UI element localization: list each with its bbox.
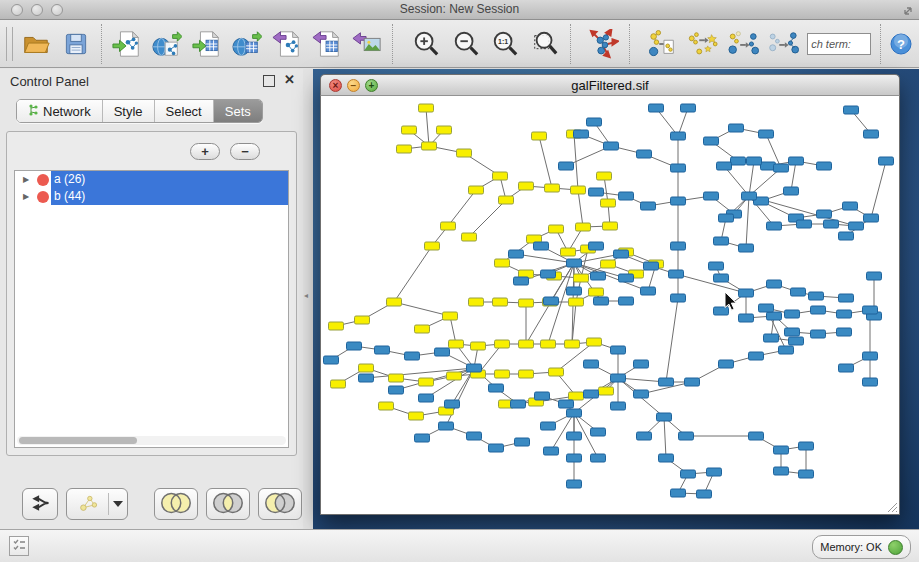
graph-node[interactable] — [567, 287, 582, 295]
graph-node[interactable] — [774, 467, 789, 475]
graph-node[interactable] — [749, 352, 764, 360]
graph-node[interactable] — [731, 157, 746, 165]
zoom-out-button[interactable] — [446, 23, 486, 65]
expand-triangle-icon[interactable]: ▶ — [15, 192, 37, 201]
graph-node[interactable] — [749, 432, 764, 440]
graph-edge[interactable] — [749, 161, 754, 196]
graph-node[interactable] — [541, 422, 556, 430]
resize-grip-icon[interactable] — [885, 500, 898, 513]
graph-node[interactable] — [409, 412, 424, 420]
graph-node[interactable] — [422, 142, 437, 150]
tab-style[interactable]: Style — [103, 100, 155, 122]
graph-node[interactable] — [467, 432, 482, 440]
graph-node[interactable] — [649, 104, 664, 112]
new-network-selected-nodes-edges-button[interactable] — [683, 23, 723, 65]
graph-node[interactable] — [493, 172, 508, 180]
help-button[interactable]: ? — [886, 23, 916, 65]
graph-node[interactable] — [671, 242, 686, 250]
graph-node[interactable] — [657, 413, 672, 421]
graph-edge[interactable] — [746, 196, 749, 248]
graph-node[interactable] — [619, 192, 634, 200]
zoom-fit-selected-button[interactable] — [525, 23, 565, 65]
graph-node[interactable] — [784, 187, 799, 195]
graph-node[interactable] — [863, 378, 878, 386]
graph-node[interactable] — [589, 242, 604, 250]
graph-node[interactable] — [849, 222, 864, 230]
graph-node[interactable] — [879, 157, 894, 165]
graph-node[interactable] — [495, 340, 510, 348]
graph-node[interactable] — [739, 314, 754, 322]
graph-node[interactable] — [759, 304, 774, 312]
intersect-sets-button[interactable] — [206, 488, 250, 520]
zoom-actual-size-button[interactable]: 1:1 — [485, 23, 525, 65]
graph-node[interactable] — [799, 442, 814, 450]
sets-list[interactable]: ▶ a (26) ▶ b (44) — [14, 170, 289, 448]
graph-node[interactable] — [671, 132, 686, 140]
graph-node[interactable] — [569, 392, 584, 400]
graph-node[interactable] — [597, 172, 612, 180]
graph-node[interactable] — [559, 162, 574, 170]
network-graph[interactable] — [321, 96, 899, 514]
graph-node[interactable] — [567, 259, 582, 267]
graph-node[interactable] — [331, 380, 346, 388]
graph-edge[interactable] — [676, 274, 746, 293]
graph-node[interactable] — [375, 346, 390, 354]
graph-node[interactable] — [719, 360, 734, 368]
graph-node[interactable] — [644, 262, 659, 270]
graph-node[interactable] — [469, 186, 484, 194]
graph-node[interactable] — [707, 468, 722, 476]
graph-node[interactable] — [587, 338, 602, 346]
graph-node[interactable] — [641, 202, 656, 210]
graph-node[interactable] — [729, 124, 744, 132]
graph-node[interactable] — [519, 182, 534, 190]
graph-node[interactable] — [611, 402, 626, 410]
graph-node[interactable] — [584, 360, 599, 368]
graph-node[interactable] — [704, 137, 719, 145]
graph-node[interactable] — [584, 390, 599, 398]
graph-node[interactable] — [574, 130, 589, 138]
graph-node[interactable] — [681, 104, 696, 112]
list-item[interactable]: ▶ b (44) — [15, 188, 288, 205]
graph-node[interactable] — [419, 378, 434, 386]
graph-node[interactable] — [467, 364, 482, 372]
graph-node[interactable] — [611, 346, 626, 354]
graph-node[interactable] — [549, 368, 564, 376]
new-network-from-visible-button[interactable] — [763, 23, 803, 65]
union-sets-button[interactable] — [154, 488, 198, 520]
graph-node[interactable] — [791, 288, 806, 296]
import-network-file-button[interactable] — [107, 23, 147, 65]
graph-node[interactable] — [445, 400, 460, 408]
graph-node[interactable] — [785, 328, 800, 336]
graph-node[interactable] — [863, 352, 878, 360]
graph-node[interactable] — [514, 277, 529, 285]
network-canvas[interactable] — [320, 96, 900, 515]
zoom-in-button[interactable] — [406, 23, 446, 65]
graph-node[interactable] — [679, 432, 694, 440]
graph-node[interactable] — [634, 390, 649, 398]
graph-node[interactable] — [774, 446, 789, 454]
graph-node[interactable] — [574, 274, 589, 282]
graph-node[interactable] — [799, 470, 814, 478]
graph-node[interactable] — [637, 432, 652, 440]
graph-node[interactable] — [569, 298, 584, 306]
graph-node[interactable] — [785, 310, 800, 318]
graph-node[interactable] — [671, 197, 686, 205]
graph-node[interactable] — [567, 480, 582, 488]
import-network-web-button[interactable] — [147, 23, 187, 65]
graph-node[interactable] — [565, 340, 580, 348]
open-session-button[interactable] — [16, 23, 56, 65]
graph-node[interactable] — [415, 434, 430, 442]
graph-node[interactable] — [519, 340, 534, 348]
graph-node[interactable] — [671, 489, 686, 497]
graph-node[interactable] — [587, 118, 602, 126]
graph-node[interactable] — [811, 306, 826, 314]
export-network-button[interactable] — [267, 23, 307, 65]
tab-network[interactable]: Network — [17, 100, 103, 122]
graph-node[interactable] — [837, 328, 852, 336]
graph-node[interactable] — [867, 272, 882, 280]
graph-node[interactable] — [634, 360, 649, 368]
graph-node[interactable] — [839, 294, 854, 302]
graph-node[interactable] — [489, 444, 504, 452]
dropdown-caret-icon[interactable] — [109, 501, 127, 507]
graph-node[interactable] — [844, 106, 859, 114]
